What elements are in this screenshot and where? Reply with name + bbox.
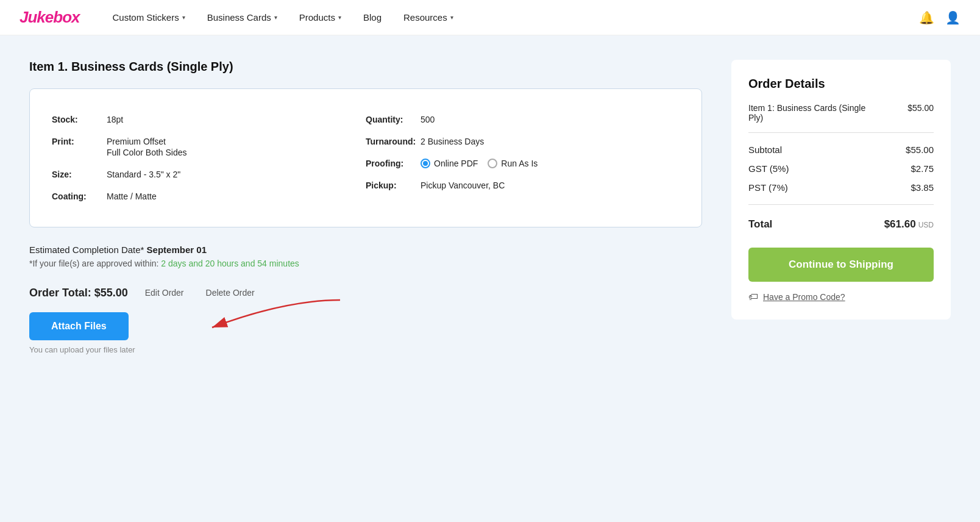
chevron-down-icon: ▾ — [182, 14, 185, 21]
subtotal-row: Subtotal $55.00 — [748, 140, 934, 159]
page-body: Item 1. Business Cards (Single Ply) Stoc… — [0, 35, 980, 522]
user-icon[interactable]: 👤 — [945, 10, 960, 25]
edit-order-button[interactable]: Edit Order — [140, 285, 189, 300]
attach-files-area: Attach Files You can upload your files l… — [29, 312, 135, 354]
details-grid: Stock: 18pt Print: Premium Offset Full C… — [52, 109, 680, 207]
total-row: Total $61.60 USD — [748, 212, 934, 237]
item-details-box: Stock: 18pt Print: Premium Offset Full C… — [29, 88, 702, 227]
bell-icon[interactable]: 🔔 — [919, 10, 934, 25]
proofing-online-pdf[interactable]: Online PDF — [421, 159, 478, 168]
navbar: Jukebox Custom Stickers ▾ Business Cards… — [0, 0, 980, 35]
chevron-down-icon: ▾ — [450, 14, 453, 21]
nav-business-cards[interactable]: Business Cards ▾ — [196, 7, 288, 27]
details-right-col: Quantity: 500 Turnaround: 2 Business Day… — [366, 109, 680, 207]
total-divider — [748, 204, 934, 205]
chevron-down-icon: ▾ — [338, 14, 341, 21]
order-item-row: Item 1: Business Cards (Single Ply) $55.… — [748, 103, 934, 123]
coating-row: Coating: Matte / Matte — [52, 185, 366, 207]
order-total-label: Order Total: $55.00 — [29, 287, 128, 299]
nav-right-icons: 🔔 👤 — [919, 10, 960, 25]
size-row: Size: Standard - 3.5" x 2" — [52, 163, 366, 185]
details-left-col: Stock: 18pt Print: Premium Offset Full C… — [52, 109, 366, 207]
order-total-row: Order Total: $55.00 Edit Order Delete Or… — [29, 285, 702, 300]
pst-row: PST (7%) $3.85 — [748, 178, 934, 197]
site-logo[interactable]: Jukebox — [20, 8, 80, 27]
nav-menu: Custom Stickers ▾ Business Cards ▾ Produ… — [102, 7, 920, 27]
stock-row: Stock: 18pt — [52, 109, 366, 130]
nav-products[interactable]: Products ▾ — [288, 7, 352, 27]
main-content: Item 1. Business Cards (Single Ply) Stoc… — [29, 60, 731, 498]
tag-icon: 🏷 — [748, 291, 758, 302]
radio-run-as-is[interactable] — [488, 159, 497, 168]
nav-custom-stickers[interactable]: Custom Stickers ▾ — [102, 7, 196, 27]
arrow-annotation — [194, 294, 352, 343]
chevron-down-icon: ▾ — [274, 14, 277, 21]
gst-row: GST (5%) $2.75 — [748, 159, 934, 178]
order-details-title: Order Details — [748, 77, 934, 91]
order-details-box: Order Details Item 1: Business Cards (Si… — [731, 60, 951, 320]
completion-date: Estimated Completion Date* September 01 — [29, 245, 702, 255]
completion-note: *If your file(s) are approved within: 2 … — [29, 259, 702, 268]
print-row: Print: Premium Offset Full Color Both Si… — [52, 130, 366, 163]
attach-files-button[interactable]: Attach Files — [29, 312, 129, 340]
promo-code-row[interactable]: 🏷 Have a Promo Code? — [748, 291, 934, 302]
delete-order-button[interactable]: Delete Order — [201, 285, 260, 300]
nav-blog[interactable]: Blog — [352, 7, 392, 27]
item-title: Item 1. Business Cards (Single Ply) — [29, 60, 702, 74]
radio-online-pdf[interactable] — [421, 159, 430, 168]
proofing-run-as-is[interactable]: Run As Is — [488, 159, 538, 168]
quantity-row: Quantity: 500 — [366, 109, 680, 130]
turnaround-row: Turnaround: 2 Business Days — [366, 130, 680, 152]
proofing-row: Proofing: Online PDF Run As Is — [366, 152, 680, 174]
continue-to-shipping-button[interactable]: Continue to Shipping — [748, 248, 934, 282]
pickup-row: Pickup: Pickup Vancouver, BC — [366, 174, 680, 196]
order-sidebar: Order Details Item 1: Business Cards (Si… — [731, 60, 951, 498]
order-divider — [748, 132, 934, 133]
nav-resources[interactable]: Resources ▾ — [392, 7, 464, 27]
proofing-options: Online PDF Run As Is — [421, 159, 538, 168]
upload-note: You can upload your files later — [29, 345, 135, 354]
